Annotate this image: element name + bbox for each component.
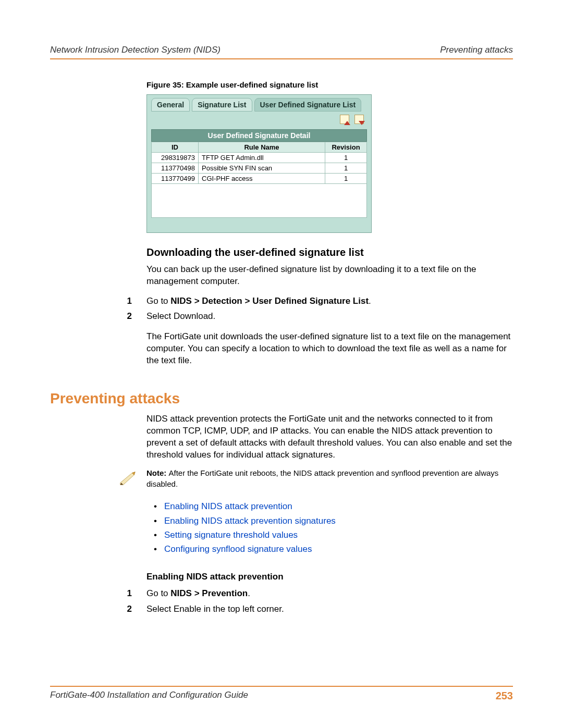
tab-signature-list[interactable]: Signature List — [192, 98, 252, 112]
nav-path: NIDS > Detection > User Defined Signatur… — [170, 296, 369, 306]
cell-rule-name: Possible SYN FIN scan — [199, 163, 325, 174]
header-right: Preventing attacks — [440, 45, 513, 55]
download-after: The FortiGate unit downloads the user-de… — [146, 331, 513, 366]
note-text: Note: After the FortiGate unit reboots, … — [146, 468, 513, 489]
link-enable-signatures[interactable]: Enabling NIDS attack prevention signatur… — [164, 516, 336, 526]
list-item: Enabling NIDS attack prevention — [146, 499, 513, 513]
list-item: 2 Select Enable in the top left corner. — [146, 603, 513, 615]
cell-id: 113770498 — [152, 163, 199, 174]
col-id: ID — [152, 142, 199, 153]
tab-bar: General Signature List User Defined Sign… — [151, 98, 367, 112]
step-text: Go to — [146, 588, 170, 598]
step-text: Select Enable in the top left corner. — [146, 603, 284, 615]
cell-id: 113770499 — [152, 174, 199, 184]
footer-page-number: 253 — [496, 690, 513, 702]
signature-table: ID Rule Name Revision 298319873 TFTP GET… — [151, 142, 367, 218]
download-icon[interactable] — [354, 115, 364, 124]
cell-revision: 1 — [325, 163, 367, 174]
list-item: Setting signature threshold values — [146, 528, 513, 542]
step-text: Go to — [146, 296, 170, 306]
cell-rule-name: TFTP GET Admin.dll — [199, 153, 325, 163]
list-item: Enabling NIDS attack prevention signatur… — [146, 514, 513, 528]
table-padding — [152, 184, 367, 218]
signature-list-ui: General Signature List User Defined Sign… — [146, 94, 372, 233]
list-item: 1 Go to NIDS > Detection > User Defined … — [146, 295, 513, 307]
step-number: 1 — [123, 587, 132, 600]
step-text-end: . — [369, 296, 371, 306]
table-title: User Defined Signature Detail — [151, 129, 367, 142]
note-icon — [117, 468, 137, 490]
list-item: Configuring synflood signature values — [146, 542, 513, 556]
download-intro: You can back up the user-defined signatu… — [146, 264, 513, 288]
footer-doc-title: FortiGate-400 Installation and Configura… — [50, 690, 248, 702]
col-revision: Revision — [325, 142, 367, 153]
table-row: 298319873 TFTP GET Admin.dll 1 — [152, 153, 367, 163]
link-enable-prevention[interactable]: Enabling NIDS attack prevention — [164, 501, 292, 511]
tab-user-defined-signature-list[interactable]: User Defined Signature List — [254, 98, 362, 112]
upload-icon[interactable] — [340, 115, 349, 124]
heading-download: Downloading the user-defined signature l… — [146, 246, 513, 258]
step-text-end: . — [248, 588, 250, 598]
heading-enable-nids: Enabling NIDS attack prevention — [146, 572, 513, 582]
step-text: Select Download. — [146, 310, 215, 323]
table-row: 113770498 Possible SYN FIN scan 1 — [152, 163, 367, 174]
link-synflood[interactable]: Configuring synflood signature values — [164, 544, 312, 554]
step-number: 2 — [123, 603, 132, 615]
tab-general[interactable]: General — [151, 98, 190, 112]
list-item: 2 Select Download. — [146, 310, 513, 323]
step-number: 1 — [123, 295, 132, 307]
table-row: 113770499 CGI-PHF access 1 — [152, 174, 367, 184]
cell-id: 298319873 — [152, 153, 199, 163]
note-label: Note: — [146, 468, 169, 477]
step-number: 2 — [123, 310, 132, 323]
cell-revision: 1 — [325, 174, 367, 184]
heading-preventing-attacks: Preventing attacks — [50, 390, 513, 407]
figure-caption: Figure 35: Example user-defined signatur… — [146, 80, 513, 89]
preventing-intro: NIDS attack prevention protects the Fort… — [146, 413, 513, 461]
col-rule-name: Rule Name — [199, 142, 325, 153]
list-item: 1 Go to NIDS > Prevention. — [146, 587, 513, 600]
note-body: After the FortiGate unit reboots, the NI… — [146, 468, 498, 488]
cell-rule-name: CGI-PHF access — [199, 174, 325, 184]
cell-revision: 1 — [325, 153, 367, 163]
link-threshold[interactable]: Setting signature threshold values — [164, 530, 298, 540]
nav-path: NIDS > Prevention — [170, 588, 248, 598]
page-header: Network Intrusion Detection System (NIDS… — [50, 45, 513, 59]
header-left: Network Intrusion Detection System (NIDS… — [50, 45, 221, 55]
page-footer: FortiGate-400 Installation and Configura… — [50, 686, 513, 702]
